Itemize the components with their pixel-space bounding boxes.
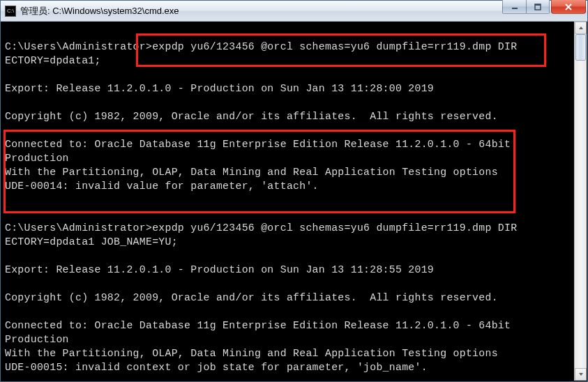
terminal-line [5,193,573,207]
terminal-line [5,96,573,109]
terminal-line: UDE-00014: invalid value for parameter, … [5,179,573,193]
terminal-line: Production [5,151,573,165]
terminal-line: Export: Release 11.2.0.1.0 - Production … [5,82,573,96]
maximize-button[interactable] [526,0,550,14]
terminal-line: Connected to: Oracle Database 11g Enterp… [5,137,573,151]
app-icon-label: C:\ [7,8,14,14]
terminal-line: Copyright (c) 1982, 2009, Oracle and/or … [5,109,573,123]
svg-rect-0 [512,8,518,9]
terminal-line [5,123,573,137]
terminal-line: Production [5,333,573,346]
chevron-up-icon [578,26,584,30]
terminal-line [5,207,573,221]
terminal-line [5,249,573,263]
terminal-line [5,305,573,319]
terminal-line [5,68,573,82]
close-button[interactable] [551,0,586,14]
scrollbar-thumb[interactable] [575,34,586,61]
scrollbar-track[interactable] [575,34,587,368]
cmd-window: C:\ 管理员: C:\Windows\system32\cmd.exe C:\… [0,0,588,382]
terminal-line: Copyright (c) 1982, 2009, Oracle and/or … [5,291,573,305]
terminal-line: With the Partitioning, OLAP, Data Mining… [5,165,573,179]
terminal-line: ECTORY=dpdata1 JOB_NAME=YU; [5,235,573,249]
maximize-icon [534,3,541,10]
scroll-up-button[interactable] [575,22,587,34]
window-controls [502,0,586,14]
terminal-line: Connected to: Oracle Database 11g Enterp… [5,319,573,333]
terminal-line: ECTORY=dpdata1; [5,54,573,68]
minimize-icon [511,3,518,10]
app-icon: C:\ [5,6,16,17]
close-icon [564,3,573,10]
svg-rect-2 [535,4,541,6]
terminal-output[interactable]: C:\Users\Administrator>expdp yu6/123456 … [3,22,573,379]
terminal-line: UDE-00015: invalid context or job state … [5,360,573,374]
minimize-button[interactable] [502,0,526,14]
terminal-line: Export: Release 11.2.0.1.0 - Production … [5,263,573,277]
titlebar[interactable]: C:\ 管理员: C:\Windows\system32\cmd.exe [1,1,587,22]
vertical-scrollbar[interactable] [574,22,587,381]
chevron-down-icon [578,372,584,376]
window-title: 管理员: C:\Windows\system32\cmd.exe [20,5,502,17]
scroll-down-button[interactable] [575,368,587,381]
terminal-line [5,26,573,40]
terminal-line: C:\Users\Administrator>expdp yu6/123456 … [5,40,573,54]
terminal-line: With the Partitioning, OLAP, Data Mining… [5,346,573,360]
terminal-line [5,277,573,291]
terminal-line: C:\Users\Administrator>expdp yu6/123456 … [5,221,573,235]
